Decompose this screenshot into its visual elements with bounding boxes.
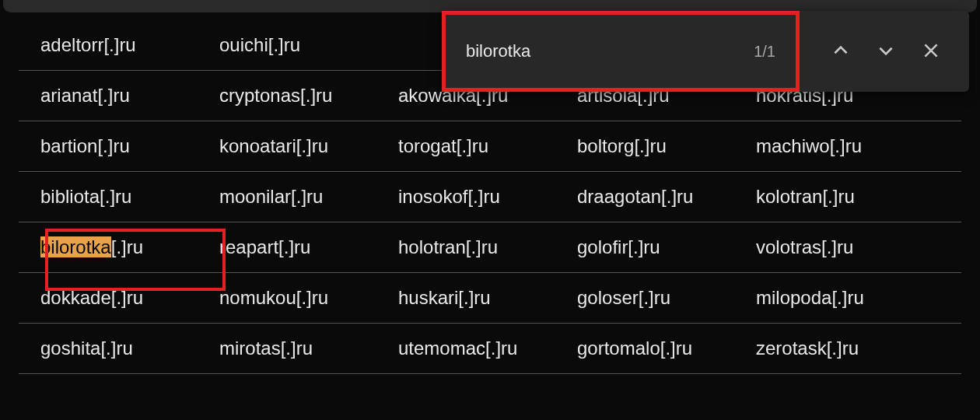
chevron-up-icon bbox=[831, 40, 851, 63]
table-row: dokkade[.]runomukou[.]ruhuskari[.]rugolo… bbox=[19, 273, 961, 324]
domain-cell: gortomalo[.]ru bbox=[555, 338, 734, 359]
domain-cell: boltorg[.]ru bbox=[555, 135, 734, 157]
domain-cell: volotras[.]ru bbox=[734, 236, 929, 258]
domain-cell: goloser[.]ru bbox=[555, 287, 734, 309]
find-match-highlight: bilorotka bbox=[40, 236, 111, 257]
close-icon bbox=[921, 40, 941, 63]
domain-cell: cryptonas[.]ru bbox=[198, 85, 376, 107]
table-row: bilorotka[.]rureapart[.]ruholotran[.]rug… bbox=[19, 222, 961, 273]
find-close-button[interactable] bbox=[921, 40, 941, 63]
domain-cell: inosokof[.]ru bbox=[376, 186, 555, 208]
domain-cell: moonilar[.]ru bbox=[198, 186, 376, 208]
domain-cell: golofir[.]ru bbox=[555, 236, 734, 258]
domain-cell: machiwo[.]ru bbox=[734, 135, 929, 157]
domain-cell: ouichi[.]ru bbox=[198, 34, 376, 56]
find-prev-button[interactable] bbox=[831, 40, 851, 63]
domain-cell: bilorotka[.]ru bbox=[19, 236, 198, 258]
find-box: 1/1 bbox=[442, 11, 800, 92]
domain-cell: bibliota[.]ru bbox=[19, 186, 198, 208]
domain-cell: goshita[.]ru bbox=[19, 338, 198, 359]
domain-cell: holotran[.]ru bbox=[376, 236, 555, 258]
find-bar: 1/1 bbox=[442, 11, 969, 92]
domain-cell: utemomac[.]ru bbox=[376, 338, 555, 359]
domain-cell: nomukou[.]ru bbox=[198, 287, 376, 309]
domain-cell: dokkade[.]ru bbox=[19, 287, 198, 309]
chevron-down-icon bbox=[876, 40, 896, 63]
table-row: bibliota[.]rumoonilar[.]ruinosokof[.]rud… bbox=[19, 172, 961, 222]
domain-cell: zerotask[.]ru bbox=[734, 338, 929, 359]
domain-cell: mirotas[.]ru bbox=[198, 338, 376, 359]
domain-cell: arianat[.]ru bbox=[19, 85, 198, 107]
domain-cell: adeltorr[.]ru bbox=[19, 34, 198, 56]
find-next-button[interactable] bbox=[876, 40, 896, 63]
domain-cell: milopoda[.]ru bbox=[734, 287, 929, 309]
domain-cell: reapart[.]ru bbox=[198, 236, 376, 258]
table-row: bartion[.]rukonoatari[.]rutorogat[.]rubo… bbox=[19, 121, 961, 172]
domain-cell: bartion[.]ru bbox=[19, 135, 198, 157]
domain-cell: draagotan[.]ru bbox=[555, 186, 734, 208]
find-controls bbox=[800, 40, 969, 63]
find-count: 1/1 bbox=[754, 43, 775, 61]
domain-cell: huskari[.]ru bbox=[376, 287, 555, 309]
domain-cell: konoatari[.]ru bbox=[198, 135, 376, 157]
domain-cell: kolotran[.]ru bbox=[734, 186, 929, 208]
domain-cell: torogat[.]ru bbox=[376, 135, 555, 157]
find-input[interactable] bbox=[466, 41, 744, 61]
table-row: goshita[.]rumirotas[.]ruutemomac[.]rugor… bbox=[19, 324, 961, 374]
